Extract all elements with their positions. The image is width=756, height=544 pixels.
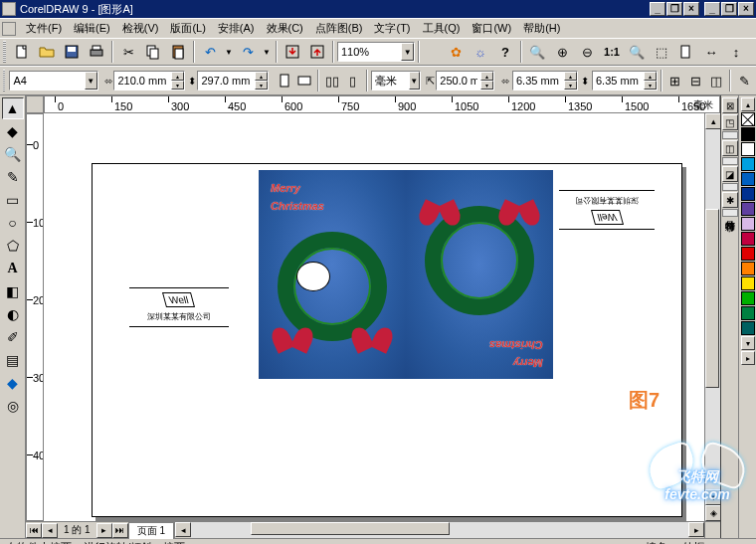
new-button[interactable] [10,40,34,64]
paste-button[interactable] [166,40,190,64]
doc-restore-button[interactable]: ❐ [666,2,682,16]
eyedropper-tool[interactable]: ✐ [2,326,24,348]
canvas[interactable]: Well 深圳某某有限公司 MerryChristmas [44,113,704,521]
menu-bitmap[interactable]: 点阵图(B) [309,19,369,38]
palette-down-button[interactable]: ▾ [741,336,755,350]
vscroll-thumb[interactable] [705,209,719,388]
nudge-up-button[interactable]: ▴ [480,72,493,81]
swatch[interactable] [741,217,755,231]
zoom-selection-button[interactable]: 🔍 [625,40,649,64]
zoom-tool[interactable]: 🔍 [2,143,24,165]
launch-app2-button[interactable]: ☼ [469,40,492,64]
nudge-field[interactable]: ▴▾ [436,71,493,91]
dupx-field[interactable]: ▴▾ [512,71,578,91]
app-minimize-button[interactable]: _ [704,2,720,16]
swatch[interactable] [741,247,755,261]
swatch[interactable] [741,172,755,186]
width-down-button[interactable]: ▾ [171,81,184,90]
interactive-transparency-tool[interactable]: ◐ [2,303,24,325]
paper-combo[interactable]: ▼ [9,71,97,91]
paper-input[interactable] [10,72,84,90]
zoom-all-button[interactable]: ⬚ [650,40,673,64]
menu-layout[interactable]: 版面(L) [164,19,211,38]
snap-guide-button[interactable]: ⊟ [686,69,706,92]
docker-icon-2[interactable]: ◫ [722,140,738,156]
doc-close-button[interactable]: × [683,2,699,16]
pick-tool[interactable]: ▲ [2,97,24,119]
undo-button[interactable]: ↶ [198,40,222,64]
context-help-button[interactable]: ? [493,40,517,64]
zoom-combo[interactable]: ▼ [337,42,415,62]
swatch[interactable] [741,262,755,275]
page-height-field[interactable]: ▴▾ [197,71,269,91]
swatch[interactable] [741,321,755,335]
menu-text[interactable]: 文字(T) [368,19,416,38]
toolbar-grip[interactable] [3,41,6,63]
dupy-input[interactable] [593,72,644,90]
page-next-button[interactable]: ▸ [96,523,112,538]
menu-help[interactable]: 帮助(H) [517,19,566,38]
page-layout1-button[interactable]: ▯▯ [322,69,342,92]
doc-minimize-button[interactable]: _ [650,2,665,16]
freehand-tool[interactable]: ✎ [2,166,24,188]
menu-arrange[interactable]: 安排(A) [212,19,261,38]
app-restore-button[interactable]: ❐ [721,2,737,16]
copy-button[interactable] [141,40,165,64]
print-button[interactable] [85,40,108,64]
unit-drop-button[interactable]: ▼ [409,72,420,90]
import-button[interactable] [281,40,304,64]
shape-tool[interactable]: ◆ [2,120,24,142]
redo-button[interactable]: ↷ [236,40,260,64]
landscape-button[interactable] [294,69,314,92]
options-button[interactable]: ✎ [734,69,754,92]
swatch[interactable] [741,127,755,141]
nudge-input[interactable] [437,72,479,90]
zoom-out-button[interactable]: ⊖ [575,40,599,64]
docker-icon-1[interactable]: ◳ [722,114,738,130]
nudge-down-button[interactable]: ▾ [480,81,493,90]
height-down-button[interactable]: ▾ [255,81,268,90]
text-tool[interactable]: A [2,258,24,279]
docker-object-manager[interactable]: 物件管理员 [722,131,738,139]
swatch[interactable] [741,157,755,171]
width-up-button[interactable]: ▴ [171,72,184,81]
interactive-fill-tool[interactable]: ◧ [2,280,24,302]
palette-flyout-button[interactable]: ▸ [741,351,755,365]
menu-tools[interactable]: 工具(Q) [417,19,467,38]
swatch[interactable] [741,202,755,216]
propbar-grip[interactable] [3,70,5,91]
menu-window[interactable]: 窗口(W) [466,19,517,38]
zoom-page-button[interactable] [674,40,698,64]
page-width-input[interactable] [114,72,171,90]
paper-drop-button[interactable]: ▼ [85,72,97,90]
palette-up-button[interactable]: ▴ [741,97,755,111]
rectangle-tool[interactable]: ▭ [2,189,24,211]
page-tab[interactable]: 页面 1 [128,522,174,539]
vscroll-up-button[interactable]: ▴ [705,113,720,129]
page-first-button[interactable]: ⏮ [26,523,42,538]
polygon-tool[interactable]: ⬠ [2,235,24,257]
ellipse-tool[interactable]: ○ [2,212,24,234]
zoom-width-button[interactable]: ↔ [699,40,723,64]
redo-drop-button[interactable]: ▼ [261,40,273,64]
interactive-effects-tool[interactable]: ◎ [2,395,24,417]
page-layout2-button[interactable]: ▯ [343,69,363,92]
docker-symbols[interactable]: 符号与特殊字符 [722,209,738,217]
docker-close-button[interactable]: ⊠ [722,97,738,113]
swatch[interactable] [741,306,755,320]
zoom-actual-button[interactable]: 1:1 [600,40,624,64]
vertical-scrollbar[interactable]: ▴ ▾ ◈ [704,113,720,521]
zoom-levels-button[interactable]: 🔍 [525,40,549,64]
swatch-none[interactable] [741,112,755,126]
ruler-origin[interactable] [26,95,44,113]
snap-grid-button[interactable]: ⊞ [665,69,685,92]
unit-input[interactable] [372,72,409,90]
save-button[interactable] [60,40,84,64]
launch-app1-button[interactable]: ✿ [444,40,468,64]
swatch[interactable] [741,232,755,246]
zoom-drop-button[interactable]: ▼ [401,43,414,61]
unit-combo[interactable]: ▼ [371,71,421,91]
export-button[interactable] [305,40,329,64]
page-width-field[interactable]: ▴▾ [113,71,185,91]
page-last-button[interactable]: ⏭ [112,523,128,538]
